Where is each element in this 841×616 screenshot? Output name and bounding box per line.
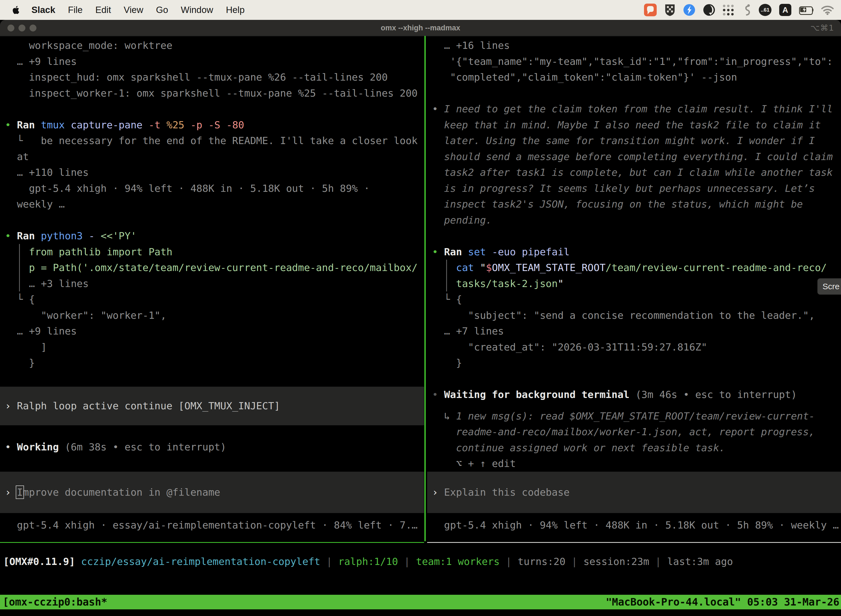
letter-a-icon[interactable]: A xyxy=(779,4,791,16)
terminal-line: should send a message before completing … xyxy=(432,149,841,165)
terminal-line: › Ralph loop active continue [OMX_TMUX_I… xyxy=(5,398,280,414)
menu-edit[interactable]: Edit xyxy=(95,5,111,15)
terminal-line: inspect_hud: omx sparkshell --tmux-pane … xyxy=(5,69,424,85)
terminal-gap xyxy=(432,403,841,408)
terminal-line: └ be necessary for the end of the README… xyxy=(5,133,424,149)
terminal-line: pending. xyxy=(432,212,841,228)
dot-grid-icon[interactable] xyxy=(723,4,734,15)
omx-status-line: [OMX#0.11.9] cczip/essay/ai-reimplementa… xyxy=(3,554,733,570)
blue-bolt-icon[interactable] xyxy=(683,4,695,16)
tmux-pane-divider[interactable] xyxy=(424,36,426,541)
menu-go[interactable]: Go xyxy=(156,5,168,15)
terminal-gap xyxy=(5,425,424,439)
terminal-line: • I need to get the claim token from the… xyxy=(432,101,841,117)
terminal-line: task2 after task1 is complete, but can I… xyxy=(432,164,841,180)
terminal-line: tasks/task-2.json" xyxy=(432,276,841,292)
terminal-line: … +9 lines xyxy=(5,323,424,339)
command-output-bar xyxy=(17,244,23,260)
terminal-line: • Waiting for background terminal (3m 46… xyxy=(432,387,841,403)
terminal-line: gpt-5.4 xhigh · essay/ai-reimplementatio… xyxy=(5,517,424,533)
terminal-line: └ { xyxy=(5,292,424,308)
terminal-line: • Ran tmux capture-pane -t %25 -p -S -80 xyxy=(5,117,424,133)
terminal-line: └ { xyxy=(432,292,841,308)
terminal-line: ↳ 1 new msg(s): read $OMX_TEAM_STATE_ROO… xyxy=(432,408,841,424)
command-output-bar xyxy=(17,276,23,292)
terminal-line xyxy=(432,371,841,387)
command-output-bar xyxy=(17,260,23,276)
terminal-line: } xyxy=(432,355,841,371)
terminal-line: … +7 lines xyxy=(432,323,841,339)
terminal-line xyxy=(5,101,424,117)
command-output-bar xyxy=(444,260,450,276)
terminal-line: later. Using the same for transition mig… xyxy=(432,133,841,149)
screen-tooltip: Scre xyxy=(817,278,841,295)
shield-grid-icon[interactable] xyxy=(664,4,675,16)
window-shortcut-badge: ⌥⌘1 xyxy=(810,20,834,36)
menu-help[interactable]: Help xyxy=(226,5,245,15)
terminal-gap xyxy=(5,513,424,517)
terminal-line: } xyxy=(5,355,424,371)
menu-app-name[interactable]: Slack xyxy=(31,5,55,15)
terminal-line: continue assigned work or next feasible … xyxy=(432,440,841,456)
terminal-gap xyxy=(432,513,841,517)
terminal-line: at xyxy=(5,149,424,165)
terminal-line: is in progress? It seems likely but perh… xyxy=(432,180,841,197)
terminal-line: inspect_worker-1: omx sparkshell --tmux-… xyxy=(5,85,424,101)
terminal-line: gpt-5.4 xhigh · 94% left · 488K in · 5.1… xyxy=(432,517,841,533)
menu-view[interactable]: View xyxy=(124,5,143,15)
wifi-icon[interactable] xyxy=(821,5,834,15)
terminal-line xyxy=(5,212,424,228)
terminal-line: weekly … xyxy=(5,196,424,212)
terminal-line: "completed","claim_token":"claim-token"}… xyxy=(432,69,841,85)
badge-61-icon[interactable]: ..61 xyxy=(759,4,771,16)
tmux-status-bar: [omx-cczip0:bash* "MacBook-Pro-44.local"… xyxy=(0,595,841,609)
terminal-line: '{"team_name":"my-team","task_id":"1","f… xyxy=(432,54,841,70)
chat-app-icon[interactable] xyxy=(644,4,657,16)
tmux-session-label: [omx-cczip0:bash* xyxy=(3,595,107,609)
injected-prompt-banner[interactable]: › Ralph loop active continue [OMX_TMUX_I… xyxy=(0,387,424,425)
terminal-line: readme-and-reco/mailbox/worker-1.json, a… xyxy=(432,424,841,440)
terminal-line: keep that in mind. Maybe I also need the… xyxy=(432,117,841,133)
terminal-left-pane[interactable]: workspace_mode: worktree … +9 lines insp… xyxy=(0,36,424,543)
tmux-host-clock-label: "MacBook-Pro-44.local" 05:03 31-Mar-26 xyxy=(606,595,840,609)
terminal-line: … +9 lines xyxy=(5,54,424,70)
terminal-line: workspace_mode: worktree xyxy=(5,38,424,54)
terminal-gap xyxy=(5,455,424,472)
terminal-line: › Improve documentation in @filename xyxy=(5,484,220,500)
terminal-line: gpt-5.4 xhigh · 94% left · 488K in · 5.1… xyxy=(5,180,424,197)
menu-window[interactable]: Window xyxy=(181,5,213,15)
command-output-bar xyxy=(444,276,450,292)
window-title: omx --xhigh --madmax xyxy=(0,20,841,36)
terminal-line xyxy=(432,228,841,244)
terminal-window: omx --xhigh --madmax ⌥⌘1 workspace_mode:… xyxy=(0,20,841,616)
s-curve-icon[interactable] xyxy=(742,4,751,16)
terminal-line: "created_at": "2026-03-31T11:59:27.816Z" xyxy=(432,339,841,355)
terminal-line: p = Path('.omx/state/team/review-current… xyxy=(5,260,424,276)
terminal-line: • Ran python3 - <<'PY' xyxy=(5,228,424,244)
terminal-line: from pathlib import Path xyxy=(5,244,424,260)
screen-tooltip-label: Scre xyxy=(822,282,840,291)
terminal-line: • Working (6m 38s • esc to interrupt) xyxy=(5,439,424,455)
terminal-line: ] xyxy=(5,339,424,355)
suggestion-ghost-right[interactable]: › Explain this codebase xyxy=(427,472,841,513)
terminal-line: "worker": "worker-1", xyxy=(5,308,424,323)
terminal-line: "subject": "send a concise recommendatio… xyxy=(432,308,841,323)
terminal-line: ⌥ + ↑ edit xyxy=(432,456,841,472)
menu-bar: Slack File Edit View Go Window Help ..61… xyxy=(0,0,841,20)
menu-status-icons: ..61 A xyxy=(644,4,834,16)
prompt-input-left[interactable]: › Improve documentation in @filename xyxy=(0,472,424,513)
battery-charging-icon[interactable] xyxy=(799,6,813,14)
terminal-line: • Ran set -euo pipefail xyxy=(432,244,841,260)
apple-menu-icon[interactable] xyxy=(12,5,21,15)
terminal-line: … +3 lines xyxy=(5,276,424,292)
terminal-line: inspect task2's JSON, focusing on the st… xyxy=(432,196,841,212)
terminal-line: … +110 lines xyxy=(5,164,424,180)
crescent-icon[interactable] xyxy=(703,4,715,16)
terminal-line: cat "$OMX_TEAM_STATE_ROOT/team/review-cu… xyxy=(432,260,841,276)
terminal-line xyxy=(5,371,424,387)
terminal-line: › Explain this codebase xyxy=(432,484,570,500)
menu-file[interactable]: File xyxy=(68,5,82,15)
terminal-line: … +16 lines xyxy=(432,38,841,54)
terminal-right-pane[interactable]: … +16 lines '{"team_name":"my-team","tas… xyxy=(427,36,841,543)
window-titlebar[interactable]: omx --xhigh --madmax ⌥⌘1 xyxy=(0,20,841,37)
